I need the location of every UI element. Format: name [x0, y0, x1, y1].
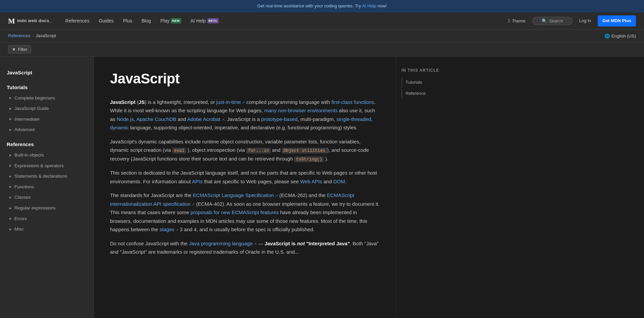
sidebar-item-built-in-objects[interactable]: ▶ Built-in objects	[0, 150, 94, 161]
nav-link-play[interactable]: Play NEW	[156, 15, 185, 26]
nav-link-plus[interactable]: Plus	[119, 15, 136, 26]
sidebar-item-regular-expressions[interactable]: ▶ Regular expressions	[0, 203, 94, 213]
globe-icon: 🌐	[604, 34, 610, 39]
chevron-right-icon: ▶	[9, 96, 12, 100]
breadcrumb-current: JavaScript	[36, 33, 56, 40]
article-nav-reference[interactable]: Reference	[401, 89, 458, 99]
chevron-right-icon: ▶	[9, 216, 12, 221]
sidebar-js-title: JavaScript	[0, 66, 94, 78]
chevron-right-icon: ▶	[9, 127, 12, 132]
navbar: M mdn web docs_ References Guides Plus B…	[0, 12, 644, 30]
sidebar-item-expressions-operators[interactable]: ▶ Expressions & operators	[0, 161, 94, 171]
chevron-right-icon: ▶	[9, 163, 12, 168]
sidebar-references-title: References	[0, 138, 94, 150]
sidebar-item-complete-beginners[interactable]: ▶ Complete beginners	[0, 93, 94, 104]
theme-icon: ☽	[506, 18, 510, 24]
first-class-functions-link[interactable]: first-class functions	[331, 99, 374, 105]
login-link[interactable]: Log in	[577, 16, 594, 26]
adobe-acrobat-link[interactable]: Adobe Acrobat	[187, 116, 224, 122]
article-paragraph-1: JavaScript (JS) is a lightweight, interp…	[110, 98, 380, 132]
filter-button[interactable]: ▼ Filter	[8, 45, 31, 54]
banner-suffix: now!	[377, 3, 386, 8]
sidebar-item-statements-declarations[interactable]: ▶ Statements & declarations	[0, 171, 94, 182]
single-threaded-link[interactable]: single-threaded	[336, 116, 371, 122]
nav-links: References Guides Plus Blog Play NEW AI …	[61, 15, 503, 26]
search-icon: 🔍	[542, 18, 547, 23]
top-banner: Get real-time assistance with your codin…	[0, 0, 644, 12]
sidebar-item-js-guide[interactable]: ▶ JavaScript Guide	[0, 103, 94, 114]
couchdb-link[interactable]: Apache CouchDB	[136, 116, 176, 122]
aihelp-badge: BETA	[207, 18, 219, 23]
banner-text: Get real-time assistance with your codin…	[257, 3, 362, 8]
sidebar: JavaScript Tutorials ▶ Complete beginner…	[0, 57, 94, 318]
non-browser-environments-link[interactable]: many non-browser environments	[264, 108, 337, 113]
just-in-time-link[interactable]: just-in-time	[216, 99, 245, 105]
nav-right: ☽ Theme 🔍 Search Log in Get MDN Plus	[503, 15, 636, 26]
sidebar-item-misc[interactable]: ▶ Misc	[0, 224, 94, 235]
breadcrumb-parent-link[interactable]: References	[8, 33, 30, 40]
nav-link-blog[interactable]: Blog	[138, 15, 155, 26]
chevron-right-icon: ▶	[9, 227, 12, 232]
chevron-right-icon: ▶	[9, 195, 12, 200]
breadcrumb-bar: References › JavaScript 🌐 English (US)	[0, 30, 644, 43]
logo-link[interactable]: M mdn web docs_	[8, 15, 52, 27]
main-container: JavaScript Tutorials ▶ Complete beginner…	[0, 57, 644, 318]
apis-link[interactable]: APIs	[192, 179, 203, 184]
nav-link-aihelp[interactable]: AI Help BETA	[186, 15, 223, 26]
sidebar-item-errors[interactable]: ▶ Errors	[0, 213, 94, 224]
main-content: JavaScript JavaScript (JS) is a lightwei…	[94, 57, 396, 318]
prototype-based-link[interactable]: prototype-based	[261, 116, 298, 122]
play-badge: NEW	[171, 18, 181, 23]
article-nav: In this article Tutorials Reference	[396, 57, 463, 318]
stages-link[interactable]: stages	[160, 227, 178, 232]
chevron-right-icon: ▶	[9, 106, 12, 111]
dom-link[interactable]: DOM	[333, 179, 345, 184]
language-button[interactable]: 🌐 English (US)	[604, 34, 636, 39]
breadcrumb: References › JavaScript	[8, 33, 56, 40]
sidebar-tutorials-title: Tutorials	[0, 81, 94, 93]
article-paragraph-2: JavaScript's dynamic capabilities includ…	[110, 137, 380, 164]
page-title: JavaScript	[110, 67, 380, 90]
logo-text: mdn web docs_	[17, 17, 52, 24]
web-apis-link[interactable]: Web APIs	[300, 179, 322, 184]
java-lang-link[interactable]: Java programming language	[189, 241, 257, 246]
chevron-right-icon: ▶	[9, 174, 12, 179]
proposals-link[interactable]: proposals for new ECMAScript features	[191, 209, 279, 215]
chevron-right-icon: ▶	[9, 153, 12, 157]
filter-row: ▼ Filter	[0, 43, 644, 57]
article-paragraph-5: Do not confuse JavaScript with the Java …	[110, 239, 380, 256]
nodejs-link[interactable]: Node.js	[117, 116, 134, 122]
article-paragraph-4: The standards for JavaScript are the ECM…	[110, 191, 380, 234]
nav-link-guides[interactable]: Guides	[95, 15, 117, 26]
chevron-right-icon: ▶	[9, 117, 12, 121]
sidebar-item-advanced[interactable]: ▶ Advanced	[0, 124, 94, 135]
filter-icon: ▼	[12, 47, 16, 52]
dynamic-link[interactable]: dynamic	[110, 125, 129, 130]
chevron-right-icon: ▶	[9, 206, 12, 210]
sidebar-item-functions[interactable]: ▶ Functions	[0, 182, 94, 192]
search-button[interactable]: 🔍 Search	[532, 17, 573, 25]
get-mdn-button[interactable]: Get MDN Plus	[598, 15, 636, 26]
logo-m-icon: M	[8, 15, 15, 27]
breadcrumb-separator: ›	[32, 33, 34, 39]
nav-link-references[interactable]: References	[61, 15, 94, 26]
chevron-right-icon: ▶	[9, 184, 12, 189]
sidebar-item-intermediate[interactable]: ▶ Intermediate	[0, 114, 94, 125]
article-nav-tutorials[interactable]: Tutorials	[401, 78, 458, 87]
article-nav-title: In this article	[401, 67, 458, 74]
sidebar-item-classes[interactable]: ▶ Classes	[0, 192, 94, 203]
article-paragraph-3: This section is dedicated to the JavaScr…	[110, 169, 380, 186]
ecmascript-lang-spec-link[interactable]: ECMAScript Language Specification	[193, 192, 278, 198]
theme-button[interactable]: ☽ Theme	[503, 16, 528, 25]
ai-help-link[interactable]: AI Help	[362, 3, 376, 8]
